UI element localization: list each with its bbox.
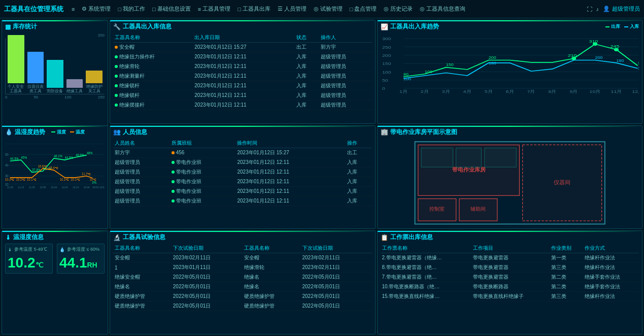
svg-text:0: 0 [382, 87, 385, 91]
nav-my-work[interactable]: □ 我的工作 [115, 4, 148, 14]
trend-panel: 📈 工器具出入库趋势 出库 入库 0 [377, 20, 643, 124]
tool-test-table-scroll[interactable]: 工器具名称 下次试验日期 工器具名称 下次试验日期 安全帽 2023年02月11… [113, 244, 372, 311]
svg-text:2月: 2月 [420, 89, 428, 93]
bar-label-5: 绝缘防护关工具 [86, 84, 103, 94]
nav-inventory[interactable]: □ 盘点管理 [347, 4, 380, 14]
bar-group-4: 绝缘工具 [66, 79, 83, 94]
svg-text:10.2℃: 10.2℃ [16, 178, 25, 181]
svg-text:4月: 4月 [463, 89, 471, 93]
work-order-table-scroll[interactable]: 工作票名称 工作项目 作业类别 作业方式 2.带电更换避雷器（绝缘… 带电更换避… [381, 244, 639, 301]
personnel-table-scroll[interactable]: 人员姓名 所属班组 操作时间 操作 郭方宇 456 2023年01月12日 15… [113, 139, 372, 206]
test-name2-cell: 硬质绝缘护管 [243, 301, 301, 311]
svg-text:10:24: 10:24 [61, 185, 67, 188]
username: 超级管理员 [612, 5, 640, 13]
test-date1-cell: 2022年05月01日 [172, 292, 243, 301]
nav-tool-query[interactable]: ◎ 工器具信息查询 [417, 4, 468, 14]
notification-icon[interactable]: ♪ [596, 6, 599, 12]
col-test-name2: 工器具名称 [243, 244, 301, 253]
person-time-cell: 2023年01月12日 12:11 [235, 196, 345, 206]
svg-text:辅助间: 辅助间 [470, 206, 486, 212]
test-icon: 🔬 [113, 234, 121, 241]
test-name1-cell: 绝缘安全帽 [113, 273, 172, 282]
user-menu[interactable]: 👤 超级管理员 [603, 5, 640, 13]
temp-trend-title: 💧 温湿度趋势 湿度 温度 [5, 128, 105, 137]
person-op-cell: 入库 [346, 196, 372, 206]
svg-text:180: 180 [616, 59, 624, 62]
test-date2-cell: 2022年05月01日 [301, 301, 372, 311]
tool-name-cell: 绝缘锁杆 [113, 91, 193, 100]
svg-text:140: 140 [637, 66, 639, 70]
nav-basic-settings[interactable]: □ 基础信息设置 [149, 4, 194, 14]
ticket-cell: 7.带电更换避雷器（绝… [381, 273, 472, 282]
svg-text:100: 100 [382, 70, 390, 74]
fullscreen-icon[interactable]: ⛶ [587, 6, 592, 12]
personnel-row: 超级管理员 带电作业班 2023年01月12日 12:11 入库 [113, 167, 372, 177]
person-group-cell: 带电作业班 [170, 167, 236, 177]
bar-label-3: 劳防设备 [47, 89, 63, 94]
bar-2 [27, 52, 44, 83]
inventory-chart: 200 个人安全工器具 仪器仪表类工具 劳防设备 绝缘工具 [5, 33, 105, 104]
menu-toggle[interactable]: ≡ [69, 5, 78, 13]
temp-display: 🌡 参考温度 5-49℃ 10.2℃ 💧 参考湿度 ≤ 60% 44.1RH [5, 244, 105, 274]
tool-test-panel: 🔬 工器具试验信息 工器具名称 下次试验日期 工器具名称 下次试验日期 安全帽 … [110, 230, 376, 334]
temp-trend-svg: 20 30 40 50 44.3% 45% 37.4% 38.4% 46.1% … [5, 139, 105, 189]
bar-group-5: 绝缘防护关工具 [86, 71, 103, 94]
main-dashboard: ▦ 库存统计 200 个人安全工器具 仪器仪表类工具 劳防设备 [0, 18, 644, 336]
col-method: 作业方式 [583, 244, 639, 253]
test-date1-cell: 2023年01月11日 [172, 263, 243, 273]
svg-text:310: 310 [589, 39, 597, 43]
tool-inout-row: 绝缘测量杆 2023年01月12日 12:11 入库 超级管理员 [113, 72, 372, 81]
person-group-cell: 带电作业班 [170, 177, 236, 186]
tool-name-cell: 绝缘锁杆 [113, 81, 193, 91]
tool-operator-cell: 郭方宇 [319, 43, 372, 52]
svg-text:10℃: 10℃ [90, 178, 96, 181]
col-project: 工作项目 [471, 244, 549, 253]
tool-date-cell: 2023年01月12日 15:27 [193, 43, 294, 52]
floorplan-icon: 🏢 [381, 128, 388, 136]
person-group-cell: 带电作业班 [170, 157, 236, 167]
person-name-cell: 超级管理员 [113, 167, 170, 177]
floorplan-panel: 🏢 带电作业库房平面示意图 带电作业库房 控制室 辅助间 仪器间 [377, 125, 643, 229]
tool-status-cell: 入库 [295, 52, 319, 62]
tool-test-title: 🔬 工器具试验信息 [113, 233, 372, 242]
svg-text:11:05: 11:05 [29, 185, 35, 188]
personnel-panel: 👥 人员信息 人员姓名 所属班组 操作时间 操作 郭方宇 456 2023年01… [110, 125, 376, 229]
svg-text:180: 180 [488, 61, 496, 65]
svg-text:45%: 45% [21, 155, 27, 159]
svg-text:30: 30 [5, 174, 9, 177]
person-op-cell: 入库 [346, 167, 372, 177]
nav-personnel[interactable]: ☰ 人员管理 [275, 4, 310, 14]
tool-operator-cell: 超级管理员 [319, 81, 372, 91]
svg-text:150: 150 [446, 63, 454, 67]
nav-system-mgmt[interactable]: ⚙ 系统管理 [79, 4, 114, 14]
legend-humidity: 湿度 [51, 129, 66, 136]
test-name1-cell: 1 [113, 263, 172, 273]
tool-test-table: 工器具名称 下次试验日期 工器具名称 下次试验日期 安全帽 2023年02月11… [113, 244, 372, 311]
tool-date-cell: 2023年01月12日 12:11 [193, 81, 294, 91]
test-date1-cell: 2022年05月01日 [172, 301, 243, 311]
tool-test-row: 安全帽 2023年02月11日 安全帽 2023年02月11日 [113, 253, 372, 263]
work-order-table: 工作票名称 工作项目 作业类别 作业方式 2.带电更换避雷器（绝缘… 带电更换避… [381, 244, 639, 301]
nav-tool-out[interactable]: □ 工器具出库 [234, 4, 274, 14]
svg-text:44.6%: 44.6% [65, 155, 74, 159]
person-time-cell: 2023年01月12日 12:11 [235, 157, 345, 167]
tool-name-cell: 绝缘测量杆 [113, 72, 193, 81]
bar-1 [8, 35, 24, 83]
col-date: 出入库日期 [193, 33, 294, 43]
tool-operator-cell: 超级管理员 [319, 100, 372, 110]
col-person-name: 人员姓名 [113, 139, 170, 148]
nav-tool-mgmt[interactable]: ≡ 工器具管理 [195, 4, 233, 14]
nav-test-mgmt[interactable]: ◎ 试验管理 [311, 4, 346, 14]
nav-history[interactable]: ◎ 历史记录 [381, 4, 416, 14]
svg-text:11:25: 11:25 [7, 185, 13, 188]
humidity-icon: 💧 [5, 128, 13, 136]
work-order-row: 7.带电更换避雷器（绝… 带电更换避雷器 第二类 绝缘手套作业法 [381, 273, 639, 282]
col-type: 作业类别 [550, 244, 584, 253]
test-name2-cell: 硬质绝缘护管 [243, 292, 301, 301]
svg-text:100: 100 [424, 70, 432, 74]
tool-date-cell: 2023年01月12日 12:11 [193, 72, 294, 81]
work-order-title: 📋 工作票出库信息 [381, 233, 639, 242]
legend-in: 入库 [624, 23, 639, 30]
trend-title: 📈 工器具出入库趋势 出库 入库 [381, 22, 639, 31]
tool-inout-table-scroll[interactable]: 工器具名称 出入库日期 状态 操作人 安全帽 2023年01月12日 15:27… [113, 33, 372, 110]
